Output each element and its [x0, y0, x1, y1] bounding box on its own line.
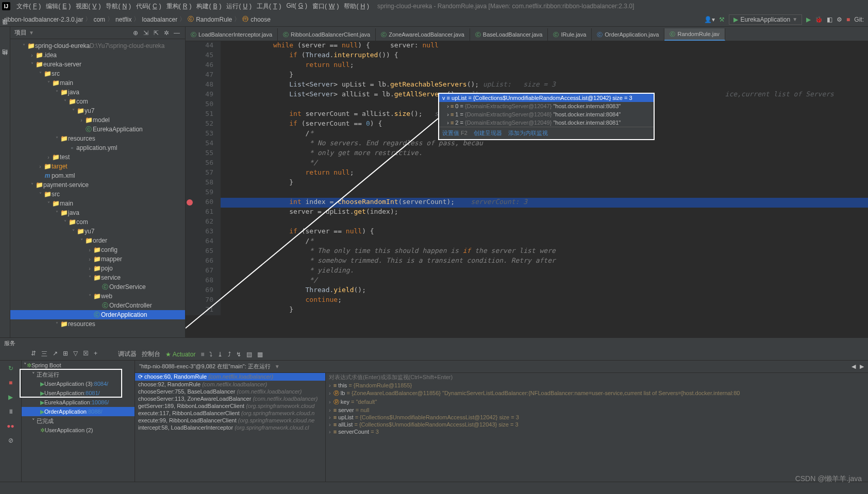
code-line[interactable]: 66 * somehow trimmed. This is a transien… [186, 257, 868, 266]
frame-item[interactable]: chooseServer:113, ZoneAwareLoadBalancer … [135, 395, 325, 402]
variable-item[interactable]: › ⓟ lb = {ZoneAwareLoadBalancer@11856} "… [326, 389, 868, 398]
expand-icon[interactable]: ⇲ [142, 29, 150, 37]
menu-运行[interactable]: 运行(U) [224, 1, 254, 12]
breadcrumb-item[interactable]: loadbalancer [142, 16, 177, 23]
code-line[interactable]: 59 [186, 188, 868, 198]
tree-item[interactable]: ⓒ OrderService [10, 282, 185, 292]
services-toolbar-icon[interactable]: ⇵ [31, 350, 36, 359]
code-line[interactable]: 70 continue; [186, 296, 868, 305]
run-config-selector[interactable]: ▶ EurekaApplication ▼ [729, 14, 802, 25]
service-item[interactable]: ˅ ✲ Spring Boot [22, 361, 135, 370]
code-line[interactable]: 65 * The only time this should happen is… [186, 247, 868, 257]
stop-icon[interactable]: ■ [5, 377, 16, 388]
evaluate-icon[interactable]: ▦ [257, 351, 263, 358]
popup-header-row[interactable]: v ≡ upList = {Collections$UnmodifiableRa… [439, 94, 654, 102]
breadcrumb-item[interactable]: RandomRule [196, 16, 232, 23]
service-item[interactable]: ✲ UserApplication (2) [22, 425, 135, 435]
profiler-button[interactable]: ⚙ [837, 16, 842, 23]
service-item[interactable]: ▶ OrderApplication :8088/ [22, 407, 135, 416]
services-toolbar-icon[interactable]: ☒ [83, 350, 89, 359]
tree-item[interactable]: ˅📁 order [10, 236, 185, 245]
menu-构建[interactable]: 构建(B) [194, 1, 223, 12]
service-item[interactable]: ▶ EurekaApplication :10086/ [22, 398, 135, 407]
frame-item[interactable]: ⟳ choose:60, RandomRule (com.netflix.loa… [135, 373, 325, 381]
popup-item[interactable]: › ≡ 0 = {DomainExtractingServer@12047} "… [439, 102, 654, 110]
breadcrumb-item[interactable]: ribbon-loadbalancer-2.3.0.jar [4, 16, 83, 23]
popup-set-value[interactable]: 设置值 F2 [442, 129, 468, 137]
frame-item[interactable]: execute:99, RibbonLoadBalancerClient (or… [135, 417, 325, 424]
editor-tab[interactable]: ⓒRibbonLoadBalancerClient.java [278, 28, 376, 41]
menu-编辑[interactable]: 编辑(E) [44, 1, 73, 12]
frames-prev-icon[interactable]: ◀ [852, 363, 856, 370]
variable-item[interactable]: › ≡ this = {RandomRule@11855} [326, 382, 868, 389]
tree-item[interactable]: ˅📁 main [10, 199, 185, 208]
code-line[interactable]: 55 * only get more restrictive. [186, 149, 868, 159]
step-into-icon[interactable]: ⤵ [209, 351, 212, 358]
collapse-icon[interactable]: ⇱ [152, 29, 160, 37]
tree-item[interactable]: ˅📁 java [10, 88, 185, 97]
frame-item[interactable]: choose:92, RandomRule (com.netflix.loadb… [135, 381, 325, 388]
variable-item[interactable]: › ≡ serverCount = 3 [326, 428, 868, 435]
tree-item[interactable]: m pom.xml [10, 171, 185, 180]
resume-icon[interactable]: ▶ [5, 391, 16, 403]
menu-帮助[interactable]: 帮助(H) [342, 1, 371, 12]
tree-item[interactable]: ˅📁 resources [10, 319, 185, 329]
frame-item[interactable]: chooseServer:755, BaseLoadBalancer (com.… [135, 388, 325, 395]
actuator-tab[interactable]: ★ Actuator [165, 351, 195, 358]
tree-item[interactable]: ˅📁 service [10, 273, 185, 282]
tree-item[interactable]: ˅📁 src [10, 190, 185, 199]
code-line[interactable]: 67 * yielding. [186, 266, 868, 276]
breadcrumb-item[interactable]: com [93, 16, 105, 23]
tree-item[interactable]: ˅📁 com [10, 97, 185, 106]
editor-tab[interactable]: ⓒBaseLoadBalancer.java [470, 28, 548, 41]
service-item[interactable]: ▶ UserApplication :8081/ [22, 388, 135, 398]
tree-item[interactable]: ›📁 model [10, 115, 185, 125]
console-tab[interactable]: 控制台 [142, 350, 160, 359]
code-line[interactable]: 44 while (server == null) { server: null [186, 41, 868, 51]
tree-item[interactable]: ˅📁 src [10, 69, 185, 78]
frame-item[interactable]: getServer:189, RibbonLoadBalancerClient … [135, 402, 325, 410]
code-line[interactable]: 60 int index = chooseRandomInt(serverCou… [186, 198, 868, 208]
editor-tab[interactable]: ⓒOrderApplication.java [592, 28, 664, 41]
tree-item[interactable]: ›📁 .idea [10, 50, 185, 60]
variable-item[interactable]: › ≡ upList = {Collections$UnmodifiableRa… [326, 414, 868, 421]
tree-item[interactable]: ›📁 test [10, 152, 185, 162]
popup-create-renderer[interactable]: 创建呈现器 [474, 129, 502, 137]
code-line[interactable]: 54 * No servers. End regardless of pass,… [186, 139, 868, 149]
menu-Git[interactable]: Git(G) [284, 1, 309, 12]
frame-item[interactable]: intercept:58, LoadBalancerInterceptor (o… [135, 424, 325, 431]
code-line[interactable]: 61 server = upList.get(index); [186, 208, 868, 217]
step-out-icon[interactable]: ⤴ [228, 351, 231, 358]
tree-item[interactable]: ⓒ EurekaApplication [10, 125, 185, 134]
tree-item[interactable]: ˅📁 main [10, 78, 185, 88]
tree-item[interactable]: ▫ application.yml [10, 143, 185, 152]
menu-窗口[interactable]: 窗口(W) [310, 1, 341, 12]
code-line[interactable]: 45 if (Thread.interrupted()) { [186, 51, 868, 61]
frames-list[interactable]: ⟳ choose:60, RandomRule (com.netflix.loa… [135, 373, 326, 482]
tree-item[interactable]: ›📁 mapper [10, 254, 185, 264]
tree-item[interactable]: ˅📁 com [10, 217, 185, 227]
tree-item[interactable]: ˅📁 resources [10, 134, 185, 143]
tree-item[interactable]: ⓒ OrderController [10, 301, 185, 310]
stop-button[interactable]: ■ [846, 16, 850, 23]
view-breakpoints-icon[interactable]: ●● [5, 420, 16, 432]
variable-item[interactable]: › ≡ server = null [326, 406, 868, 414]
menu-代码[interactable]: 代码(C) [134, 1, 163, 12]
code-line[interactable]: 56 */ [186, 159, 868, 168]
run-to-cursor-icon[interactable]: ▤ [246, 351, 252, 358]
thread-selector-icon[interactable]: ▼ [275, 364, 280, 369]
code-line[interactable]: 62 [186, 217, 868, 227]
services-toolbar-icon[interactable]: + [94, 350, 97, 359]
editor-tab[interactable]: ⓒRandomRule.jav [664, 28, 725, 41]
force-step-into-icon[interactable]: ⤓ [218, 351, 223, 358]
menu-重构[interactable]: 重构(R) [164, 1, 194, 12]
service-item[interactable]: ˅ 已完成 [22, 416, 135, 425]
breadcrumb-item[interactable]: netflix [115, 16, 131, 23]
editor-tab[interactable]: ⓒLoadBalancerInterceptor.java [186, 28, 278, 41]
debug-button[interactable]: 🐞 [815, 16, 823, 23]
hide-icon[interactable]: — [173, 29, 181, 37]
tree-item[interactable]: ˅📁 java [10, 208, 185, 217]
tree-item[interactable]: ˅📁 yu7 [10, 106, 185, 115]
locate-icon[interactable]: ⊕ [131, 29, 140, 37]
code-line[interactable]: 58 } [186, 178, 868, 188]
